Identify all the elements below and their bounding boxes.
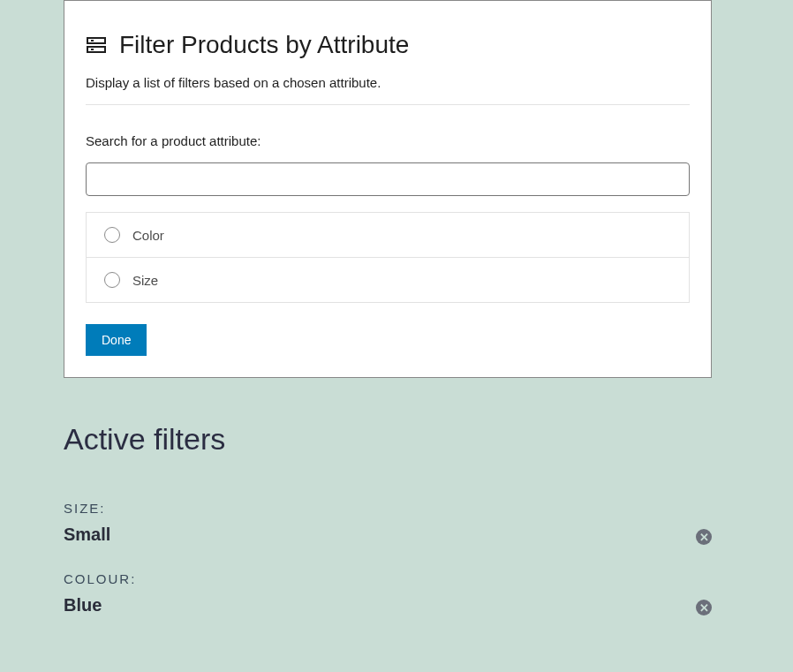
active-filters-heading: Active filters — [64, 422, 712, 457]
filter-block-panel: Filter Products by Attribute Display a l… — [64, 0, 712, 378]
option-label: Color — [132, 228, 164, 243]
divider — [86, 104, 690, 105]
server-icon — [86, 34, 107, 56]
active-filters-section: Active filters SIZE: Small ✕ COLOUR: Blu… — [64, 422, 712, 615]
option-label: Size — [132, 273, 158, 288]
svg-rect-0 — [87, 38, 105, 43]
remove-filter-button[interactable]: ✕ — [696, 529, 712, 545]
close-icon: ✕ — [699, 532, 709, 543]
filter-value: Blue — [64, 595, 712, 615]
attribute-option-size[interactable]: Size — [87, 257, 689, 302]
search-label: Search for a product attribute: — [86, 133, 690, 148]
attribute-search-input[interactable] — [86, 162, 690, 196]
panel-description: Display a list of filters based on a cho… — [86, 75, 690, 90]
done-button[interactable]: Done — [86, 324, 147, 356]
filter-attribute-label: COLOUR: — [64, 571, 712, 586]
remove-filter-button[interactable]: ✕ — [696, 600, 712, 615]
svg-rect-1 — [87, 47, 105, 52]
active-filter-row: SIZE: Small ✕ — [64, 501, 712, 545]
panel-title: Filter Products by Attribute — [119, 31, 409, 59]
panel-header: Filter Products by Attribute — [86, 31, 690, 59]
attribute-option-color[interactable]: Color — [87, 213, 689, 257]
filter-value: Small — [64, 525, 712, 545]
close-icon: ✕ — [699, 602, 709, 614]
active-filter-row: COLOUR: Blue ✕ — [64, 571, 712, 615]
filter-attribute-label: SIZE: — [64, 501, 712, 516]
radio-icon — [104, 227, 120, 243]
attribute-option-list: Color Size — [86, 212, 690, 303]
radio-icon — [104, 272, 120, 288]
